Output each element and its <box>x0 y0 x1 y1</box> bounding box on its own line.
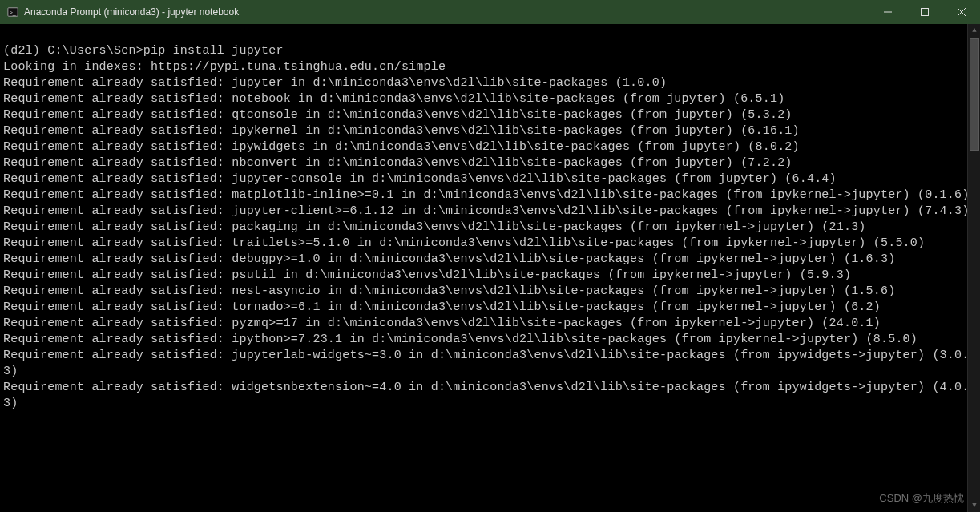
terminal-area[interactable]: (d2l) C:\Users\Sen>pip install jupyter L… <box>0 24 980 512</box>
close-icon <box>958 8 966 16</box>
scrollbar-down-arrow-icon[interactable]: ▼ <box>968 499 980 512</box>
svg-text:>_: >_ <box>10 10 16 16</box>
minimize-icon <box>884 8 892 16</box>
titlebar[interactable]: >_ Anaconda Prompt (miniconda3) - jupyte… <box>0 0 980 24</box>
window-controls <box>869 0 980 24</box>
watermark: CSDN @九度热忱 <box>879 491 964 506</box>
terminal-output: (d2l) C:\Users\Sen>pip install jupyter L… <box>0 24 980 412</box>
titlebar-left: >_ Anaconda Prompt (miniconda3) - jupyte… <box>0 6 239 18</box>
svg-rect-3 <box>922 9 929 16</box>
maximize-button[interactable] <box>906 0 943 24</box>
window-title: Anaconda Prompt (miniconda3) - jupyter n… <box>24 6 239 18</box>
scrollbar-up-arrow-icon[interactable]: ▲ <box>968 24 980 37</box>
maximize-icon <box>921 8 929 16</box>
close-button[interactable] <box>943 0 980 24</box>
app-icon: >_ <box>6 6 19 18</box>
scrollbar-thumb[interactable] <box>970 38 979 151</box>
scrollbar-vertical[interactable]: ▲ ▼ <box>967 24 980 512</box>
minimize-button[interactable] <box>869 0 906 24</box>
